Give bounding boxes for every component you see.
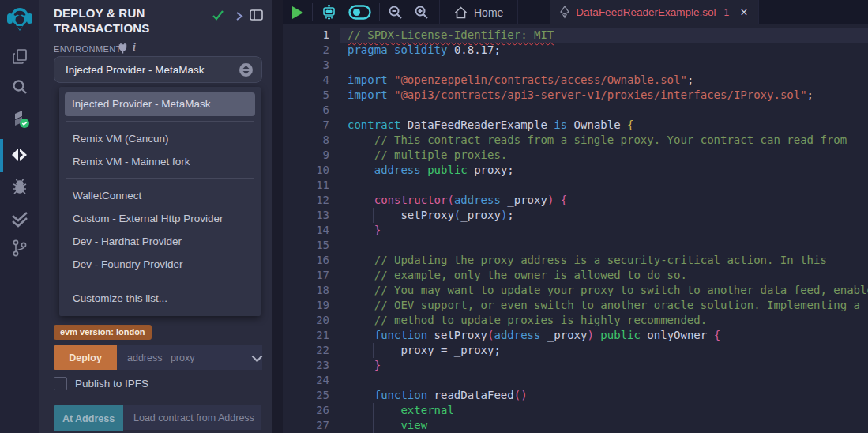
- code-editor[interactable]: 1234567891011121314151617181920212223242…: [283, 24, 868, 433]
- tab-home[interactable]: Home: [439, 0, 518, 24]
- code-line[interactable]: function readDataFeed(): [348, 388, 868, 403]
- line-number: 24: [283, 373, 329, 388]
- line-number: 6: [283, 103, 329, 118]
- file-explorer-icon: [10, 47, 29, 66]
- code-content[interactable]: // SPDX-License-Identifier: MITpragma so…: [348, 28, 868, 433]
- ai-toggle-icon: [348, 5, 371, 20]
- environment-select-value: Injected Provider - MetaMask: [66, 64, 239, 76]
- close-icon[interactable]: ×: [740, 6, 747, 19]
- dropdown-item[interactable]: Custom - External Http Provider: [59, 207, 261, 230]
- dropdown-item[interactable]: Dev - Foundry Provider: [59, 253, 261, 276]
- search-icon: [10, 77, 29, 96]
- sidebar-item-search[interactable]: [0, 77, 39, 96]
- code-line[interactable]: external: [348, 403, 868, 418]
- code-line[interactable]: // multiple proxies.: [348, 148, 868, 163]
- code-line[interactable]: function setProxy(address _proxy) public…: [348, 328, 868, 343]
- collapse-panel-button[interactable]: [235, 10, 244, 24]
- code-line[interactable]: proxy = _proxy;: [348, 343, 868, 358]
- code-token: public: [600, 329, 641, 341]
- code-line[interactable]: contract DataFeedReaderExample is Ownabl…: [348, 118, 868, 133]
- dropdown-spacer: [59, 281, 261, 287]
- line-number: 17: [283, 268, 329, 283]
- code-token: "@openzeppelin/contracts/access/Ownable.…: [394, 73, 687, 86]
- code-line[interactable]: [348, 373, 868, 388]
- code-line[interactable]: setProxy(_proxy);: [348, 208, 868, 223]
- run-script-icon: [291, 6, 304, 20]
- code-line[interactable]: [348, 103, 868, 118]
- evm-version-badge: evm version: london: [54, 325, 152, 340]
- environment-select[interactable]: Injected Provider - MetaMask: [54, 56, 262, 83]
- code-line[interactable]: }: [348, 358, 868, 373]
- git-icon: [10, 238, 29, 258]
- code-line[interactable]: [348, 178, 868, 193]
- code-line[interactable]: address public proxy;: [348, 163, 868, 178]
- sidebar-item-deploy-and-run[interactable]: [0, 145, 39, 164]
- at-address-input[interactable]: [123, 405, 261, 430]
- dropdown-item[interactable]: Customize this list...: [59, 287, 261, 310]
- code-token: (: [447, 194, 453, 206]
- code-line[interactable]: pragma solidity 0.8.17;: [348, 43, 868, 58]
- code-token: _proxy: [460, 209, 501, 221]
- code-line[interactable]: import "@api3/contracts/api3-server-v1/p…: [348, 88, 868, 103]
- sidebar-item-git[interactable]: [0, 238, 39, 258]
- publish-to-ipfs-row[interactable]: Publish to IPFS: [54, 377, 148, 390]
- dropdown-item[interactable]: Injected Provider - MetaMask: [65, 92, 255, 116]
- code-line[interactable]: constructor(address _proxy) {: [348, 193, 868, 208]
- code-token: // OEV support, or even switch to anothe…: [348, 299, 860, 311]
- code-token: // multiple proxies.: [348, 149, 507, 161]
- line-number: 3: [283, 58, 329, 73]
- code-line[interactable]: [348, 238, 868, 253]
- deploy-button[interactable]: Deploy: [54, 345, 117, 370]
- code-token: Ownable: [567, 119, 627, 131]
- code-line[interactable]: // Updating the proxy address is a secur…: [348, 253, 868, 268]
- code-token: // method to update proxies is highly re…: [348, 314, 707, 326]
- ai-assistant-button[interactable]: [315, 0, 343, 24]
- deploy-args-input[interactable]: [117, 345, 262, 370]
- plug-icon[interactable]: [118, 42, 128, 57]
- code-line[interactable]: // SPDX-License-Identifier: MIT: [348, 28, 868, 43]
- tab-datafeedreaderexample[interactable]: DataFeedReaderExample.sol 1 ×: [550, 0, 758, 24]
- code-line[interactable]: // You may want to update your proxy to …: [348, 283, 868, 298]
- line-number: 18: [283, 283, 329, 298]
- code-line[interactable]: // example, only the owner is allowed to…: [348, 268, 868, 283]
- line-number: 16: [283, 253, 329, 268]
- editor-tab-bar: Home DataFeedReaderExample.sol 1 ×: [283, 0, 868, 24]
- run-script-button[interactable]: [283, 0, 310, 24]
- zoom-in-button[interactable]: [408, 0, 434, 24]
- code-line[interactable]: }: [348, 223, 868, 238]
- code-line[interactable]: // method to update proxies is highly re…: [348, 313, 868, 328]
- dropdown-item[interactable]: Remix VM (Cancun): [59, 127, 261, 150]
- pin-panel-button[interactable]: [250, 9, 263, 24]
- expand-deploy-args-button[interactable]: [251, 352, 263, 366]
- code-line[interactable]: // This contract reads from a single pro…: [348, 133, 868, 148]
- code-token: readDataFeed: [427, 389, 514, 401]
- code-token: [348, 164, 374, 176]
- code-token: {: [627, 119, 633, 131]
- dropdown-item[interactable]: WalletConnect: [59, 184, 261, 207]
- code-token: // example, only the owner is allowed to…: [348, 269, 687, 281]
- dropdown-item[interactable]: Remix VM - Mainnet fork: [59, 150, 261, 173]
- sidebar-item-unit-testing[interactable]: [0, 209, 39, 228]
- sidebar-item-file-explorer[interactable]: [0, 47, 39, 66]
- dropdown-item[interactable]: Dev - Hardhat Provider: [59, 230, 261, 253]
- code-token: }: [348, 359, 381, 371]
- info-icon[interactable]: i: [133, 41, 136, 54]
- code-line[interactable]: // OEV support, or even switch to anothe…: [348, 298, 868, 313]
- code-line[interactable]: view: [348, 418, 868, 433]
- zoom-out-button[interactable]: [382, 0, 408, 24]
- at-address-button[interactable]: At Address: [54, 405, 123, 431]
- code-line[interactable]: [348, 58, 868, 73]
- sidebar-item-debugger[interactable]: [0, 177, 39, 196]
- code-token: address: [454, 194, 501, 206]
- code-token: [421, 164, 427, 176]
- code-token: // SPDX-License-Identifier: MIT: [348, 28, 554, 41]
- ai-toggle[interactable]: [343, 0, 377, 24]
- debugger-icon: [10, 177, 29, 196]
- publish-to-ipfs-checkbox[interactable]: [54, 377, 67, 390]
- sidebar-item-solidity-compiler[interactable]: [0, 109, 39, 130]
- zoom-in-icon: [414, 5, 429, 20]
- line-number: 9: [283, 148, 329, 163]
- remix-logo[interactable]: [0, 5, 39, 33]
- code-token: import: [348, 73, 388, 86]
- code-line[interactable]: import "@openzeppelin/contracts/access/O…: [348, 73, 868, 88]
